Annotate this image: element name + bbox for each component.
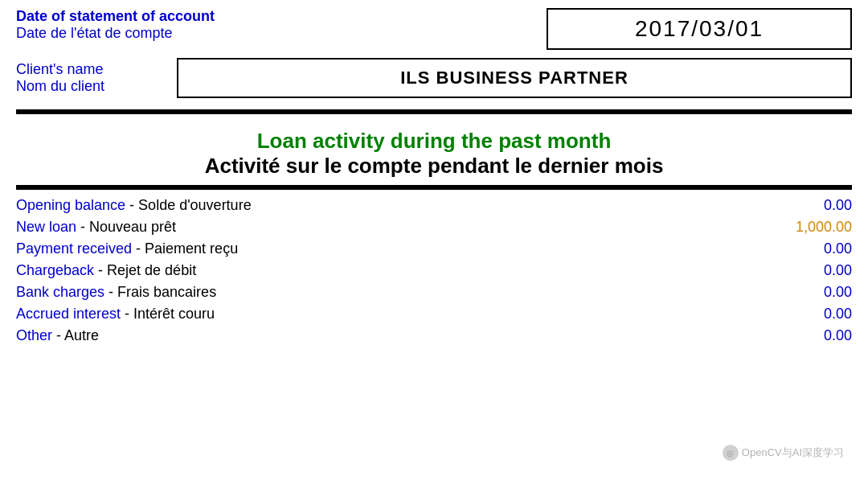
line-item-label: Payment received - Paiement reçu [16,240,238,257]
client-label-fr: Nom du client [16,78,177,95]
line-item-label-fr: Solde d'ouverture [138,197,252,213]
line-item: Chargeback - Rejet de débit0.00 [16,260,852,281]
header-section: Date of statement of account Date de l'é… [16,8,852,50]
line-item-value: 1,000.00 [772,219,852,236]
line-item-label-en: New loan [16,219,76,235]
loan-title-fr: Activité sur le compte pendant le dernie… [16,154,852,179]
line-item-label: Opening balance - Solde d'ouverture [16,197,252,214]
client-name-box: ILS BUSINESS PARTNER [177,58,852,98]
line-item: Accrued interest - Intérêt couru0.00 [16,303,852,325]
loan-title-en: Loan activity during the past month [16,129,852,154]
line-item-value: 0.00 [772,306,852,323]
line-item-separator: - [132,240,145,257]
line-items-section: Opening balance - Solde d'ouverture0.00N… [16,190,852,347]
line-item-label-en: Other [16,327,52,343]
client-section: Client's name Nom du client ILS BUSINESS… [16,58,852,98]
client-label-section: Client's name Nom du client [16,61,177,95]
line-item-label-en: Opening balance [16,197,125,213]
line-item-label: Bank charges - Frais bancaires [16,284,216,301]
watermark: ◎ OpenCV与AI深度学习 [723,445,844,461]
line-item: Other - Autre0.00 [16,325,852,347]
date-value-box: 2017/03/01 [547,8,852,50]
line-item-label-fr: Frais bancaires [117,284,216,300]
date-value: 2017/03/01 [635,16,764,41]
page-container: Date of statement of account Date de l'é… [0,0,868,347]
line-item-label-en: Bank charges [16,284,104,300]
date-label-fr: Date de l'état de compte [16,25,538,42]
line-item-label: Other - Autre [16,327,99,344]
line-item-label-en: Accrued interest [16,306,121,322]
watermark-text: OpenCV与AI深度学习 [742,446,844,460]
line-item-label: Chargeback - Rejet de débit [16,262,196,279]
watermark-icon: ◎ [723,445,739,461]
date-label-section: Date of statement of account Date de l'é… [16,8,547,42]
date-label-en: Date of statement of account [16,8,538,25]
line-item-separator: - [76,219,89,235]
line-item-label: Accrued interest - Intérêt couru [16,306,215,323]
line-item-value: 0.00 [772,284,852,301]
line-item-label-fr: Rejet de débit [107,262,196,278]
line-item-value: 0.00 [772,262,852,279]
line-item-label-fr: Paiement reçu [145,240,238,257]
line-item-label-fr: Intérêt couru [133,306,215,322]
line-item-separator: - [104,284,117,300]
client-name-value: ILS BUSINESS PARTNER [400,68,628,88]
line-item-label-fr: Autre [64,327,99,343]
line-item-value: 0.00 [772,197,852,214]
line-item: Opening balance - Solde d'ouverture0.00 [16,195,852,216]
client-label-en: Client's name [16,61,177,78]
line-item-label: New loan - Nouveau prêt [16,219,176,236]
line-item-separator: - [52,327,64,343]
line-item: New loan - Nouveau prêt1,000.00 [16,216,852,238]
line-item-value: 0.00 [772,327,852,344]
line-item-label-en: Payment received [16,240,132,257]
line-item-separator: - [125,197,138,213]
line-item-value: 0.00 [772,240,852,257]
line-item: Payment received - Paiement reçu0.00 [16,238,852,260]
line-item-separator: - [94,262,107,278]
line-item: Bank charges - Frais bancaires0.00 [16,281,852,303]
line-item-label-fr: Nouveau prêt [89,219,176,235]
line-item-separator: - [121,306,133,322]
line-item-label-en: Chargeback [16,262,94,278]
loan-title-section: Loan activity during the past month Acti… [16,114,852,185]
